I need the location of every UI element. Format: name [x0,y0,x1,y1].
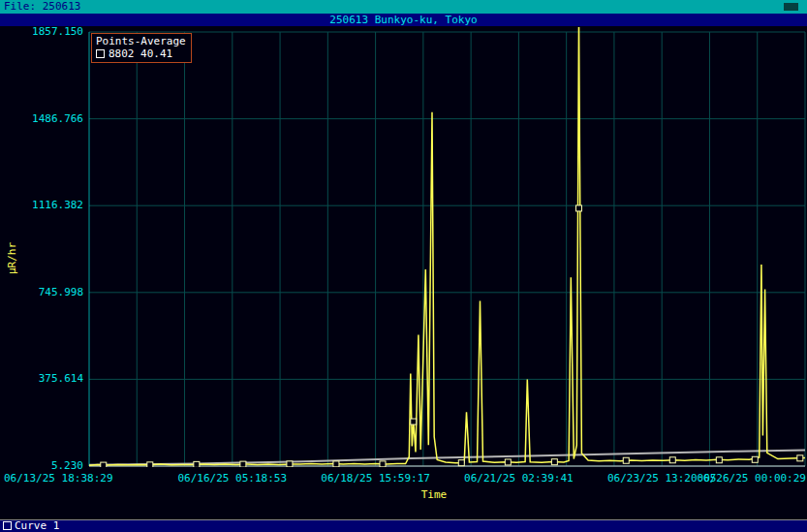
legend[interactable]: Points-Average 8802 40.41 [91,33,192,63]
title-bar: 250613 Bunkyo-ku, Tokyo [0,14,807,26]
x-tick-label: 06/16/25 05:18:53 [178,472,288,485]
curve-marker-icon [3,521,12,530]
y-axis-title: µR/hr [6,242,18,274]
x-tick-label: 06/26/25 00:00:29 [697,472,806,485]
series-marker-icon [96,49,105,58]
legend-entry-label: 8802 40.41 [109,47,172,60]
y-tick-label: 1486.766 [0,112,83,125]
y-tick-label: 1857.150 [0,25,83,38]
x-axis-title: Time [421,488,448,501]
chart-area: µR/hr 1857.1501486.7661116.382745.998375… [0,0,807,532]
x-tick-label: 06/13/25 18:38:29 [4,472,113,485]
y-tick-label: 1116.382 [0,199,83,211]
legend-entry: 8802 40.41 [96,47,186,60]
file-label: File: 250613 [4,0,80,13]
app-window: File: 250613 250613 Bunkyo-ku, Tokyo µR/… [0,0,807,532]
y-tick-label: 745.998 [0,286,83,298]
legend-title: Points-Average [96,35,186,47]
y-tick-label: 5.230 [0,459,83,472]
status-curve-label[interactable]: Curve 1 [15,519,59,532]
plot-canvas [0,0,807,532]
x-tick-label: 06/21/25 02:39:41 [464,472,574,485]
window-control-icon[interactable] [784,3,798,11]
file-bar: File: 250613 [0,0,807,14]
y-tick-label: 375.614 [0,372,83,385]
status-bar: Curve 1 [0,519,807,532]
chart-title: 250613 Bunkyo-ku, Tokyo [329,14,477,26]
x-tick-label: 06/18/25 15:59:17 [321,472,430,485]
